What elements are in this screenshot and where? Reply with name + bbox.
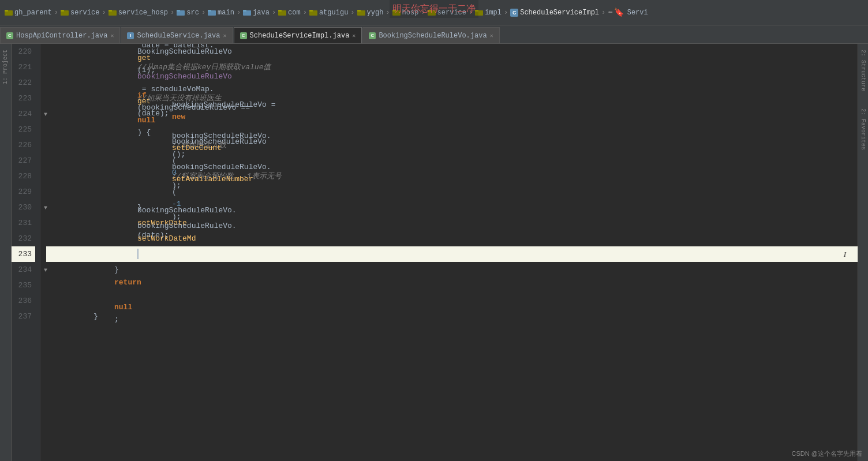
nav-icon-1: ⬅ (608, 8, 612, 17)
cursor-indicator: I (844, 248, 846, 260)
line-numbers: 220 221 222 223 224 225 226 227 228 229 … (12, 44, 40, 461)
folder-icon-service-hosp (108, 9, 117, 17)
code-content[interactable]: Date date = dateList. get (i); //从map集合根… (40, 44, 858, 461)
svg-rect-21 (428, 10, 431, 12)
linenum-233: 233 (12, 246, 35, 262)
bc-item-nav2[interactable]: 🔖 (614, 8, 624, 17)
bc-item-hosp[interactable]: hosp (392, 9, 419, 17)
tab-scheduleservice[interactable]: I ScheduleService.java ✕ (121, 27, 233, 43)
folder-icon-hosp (392, 9, 401, 17)
fold-icon-224[interactable]: ▼ (44, 110, 47, 120)
code-line-235 (46, 278, 858, 293)
linenum-225: 225 (12, 122, 35, 137)
svg-rect-19 (392, 10, 396, 12)
bc-text-src: src (186, 9, 199, 17)
tab-close-bookingschedulerulevo[interactable]: ✕ (490, 32, 493, 39)
breadcrumb-bar: gh_parent › service › service_hosp › src… (0, 0, 868, 25)
editor-area: 220 221 222 223 224 225 226 227 228 229 … (12, 44, 858, 461)
folder-icon-main (208, 9, 216, 17)
linenum-236: 236 (12, 293, 35, 309)
bc-item-atguigu[interactable]: atguigu (309, 9, 348, 17)
bc-item-main[interactable]: main (208, 9, 234, 17)
folder-icon-com (278, 9, 286, 17)
bc-text-main: main (218, 9, 234, 17)
folder-icon-java (243, 9, 251, 17)
sidebar-label-project[interactable]: 1: Project (2, 50, 9, 84)
bc-item-com[interactable]: com (278, 9, 301, 17)
fold-icon-230[interactable]: ▼ (44, 204, 47, 213)
linenum-229: 229 (12, 184, 35, 200)
linenum-223: 223 (12, 91, 35, 106)
linenum-227: 227 (12, 153, 35, 168)
code-line-234: ▼ } (46, 262, 858, 278)
linenum-224: 224 (12, 106, 35, 122)
bc-item-yygh[interactable]: yygh (357, 9, 384, 17)
tab-close-hospapicontroller[interactable]: ✕ (110, 32, 114, 39)
tab-bookingschedulerulevo[interactable]: C BookingScheduleRuleVo.java ✕ (362, 27, 499, 43)
bc-text-java: java (253, 9, 270, 17)
linenum-237: 237 (12, 309, 35, 324)
folder-icon (5, 9, 13, 17)
nav-icon-2: 🔖 (614, 8, 624, 17)
folder-icon-yygh (357, 9, 365, 17)
linenum-230: 230 (12, 200, 35, 215)
svg-rect-23 (475, 10, 478, 12)
left-sidebar: 1: Project (0, 44, 12, 461)
bc-item-service2[interactable]: service (428, 9, 466, 17)
svg-rect-13 (278, 10, 282, 12)
bc-text-yygh: yygh (367, 9, 384, 17)
tab-close-scheduleserviceimpl[interactable]: ✕ (352, 32, 356, 39)
tab-label-hospapicontroller: HospApiController.java (16, 32, 107, 40)
right-structure: 2: Structure 2: Favorites (858, 44, 868, 461)
bc-text-atguigu: atguigu (319, 9, 348, 17)
linenum-226: 226 (12, 137, 35, 153)
tab-label-scheduleserviceimpl: ScheduleServiceImpl.java (250, 32, 350, 40)
bc-text-service-hosp: service_hosp (118, 9, 168, 17)
code-line-237: } (46, 309, 858, 324)
linenum-222: 222 (12, 75, 35, 91)
tab-icon-c2: C (240, 32, 247, 39)
svg-rect-1 (5, 10, 8, 12)
bc-item-src[interactable]: src (177, 9, 199, 17)
svg-rect-11 (243, 10, 246, 12)
class-icon: C (510, 9, 518, 17)
linenum-221: 221 (12, 59, 35, 75)
tab-icon-c1: C (6, 32, 13, 39)
tab-label-bookingschedulerulevo: BookingScheduleRuleVo.java (379, 32, 487, 40)
bc-text-service: service (70, 9, 99, 17)
tab-close-scheduleservice[interactable]: ✕ (223, 32, 227, 39)
bc-text-service2: service (437, 9, 466, 17)
bc-item-service-hosp[interactable]: service_hosp (108, 9, 168, 17)
linenum-234: 234 (12, 262, 35, 278)
fold-icon-234[interactable]: ▼ (44, 266, 47, 276)
bc-item-impl[interactable]: impl (475, 9, 502, 17)
tab-hospapicontroller[interactable]: C HospApiController.java ✕ (0, 27, 120, 43)
svg-rect-17 (357, 10, 361, 12)
folder-icon-service2 (428, 9, 436, 17)
bc-item-gh-parent[interactable]: gh_parent (5, 9, 52, 17)
bc-text-servi: Servi (627, 9, 648, 17)
linenum-235: 235 (12, 278, 35, 293)
tab-scheduleserviceimpl[interactable]: C ScheduleServiceImpl.java ✕ (234, 27, 362, 43)
text-cursor (137, 249, 139, 259)
main-layout: 1: Project 220 221 222 223 224 225 226 2… (0, 44, 868, 461)
sidebar-label-favorites[interactable]: 2: Favorites (860, 108, 866, 150)
folder-icon-atguigu (309, 9, 317, 17)
tab-icon-c3: C (369, 32, 376, 39)
bc-item-java[interactable]: java (243, 9, 270, 17)
bc-item-nav1[interactable]: ⬅ (608, 8, 612, 17)
bc-text-com: com (288, 9, 301, 17)
linenum-228: 228 (12, 168, 35, 184)
bc-item-class[interactable]: C ScheduleServiceImpl (510, 9, 599, 17)
svg-rect-7 (177, 10, 180, 12)
linenum-220: 220 (12, 44, 35, 59)
folder-icon-impl (475, 9, 483, 17)
bc-text-gh-parent: gh_parent (14, 9, 52, 17)
svg-rect-5 (108, 10, 112, 12)
folder-icon-service (61, 9, 69, 17)
bc-item-service[interactable]: service (61, 9, 99, 17)
code-line-232: bookingScheduleRuleVo. setWorkDateMd (da… (46, 231, 858, 246)
svg-rect-9 (208, 10, 211, 12)
bc-text-impl: impl (485, 9, 502, 17)
sidebar-label-structure[interactable]: 2: Structure (860, 50, 866, 91)
